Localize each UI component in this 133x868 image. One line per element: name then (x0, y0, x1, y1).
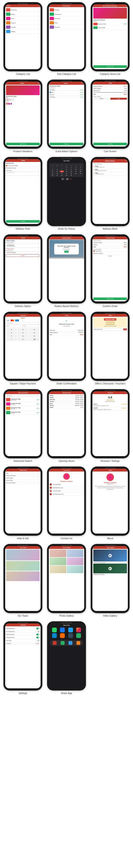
cal-date[interactable]: 3 (74, 167, 78, 168)
cal-date[interactable]: 6 (55, 168, 60, 170)
contact-item[interactable]: ✉ info@flowerstore.com (49, 486, 84, 490)
whatsapp-icon[interactable] (52, 628, 57, 632)
cal-date-today[interactable]: 14 (60, 170, 64, 172)
continue-button[interactable]: Continue (6, 220, 40, 223)
key-5[interactable]: 5 (18, 332, 29, 334)
cal-date[interactable]: 30 (69, 175, 73, 176)
add-to-cart-button[interactable]: Add to Cart (6, 143, 40, 145)
list-item[interactable]: Gift Baskets › (49, 17, 84, 21)
toggle-push[interactable] (36, 628, 40, 629)
help-item[interactable]: Delivery Information › (6, 474, 40, 477)
gallery-photo[interactable] (49, 565, 66, 573)
contact-item[interactable]: 📍 123 Flower Street, City (49, 493, 84, 496)
addon-checkbox[interactable] (49, 96, 51, 98)
addon-checkbox[interactable] (49, 89, 51, 91)
size-large[interactable]: L (12, 99, 14, 101)
cal-date[interactable]: 2 (69, 167, 73, 168)
gallery-photo[interactable] (49, 550, 66, 557)
dock-icon-1[interactable] (53, 641, 57, 645)
addon-checkbox[interactable] (49, 92, 51, 93)
email-icon[interactable] (60, 633, 65, 638)
message-icon[interactable] (68, 633, 73, 638)
copy-link-icon[interactable] (76, 633, 81, 638)
time-hour[interactable]: 10 (61, 178, 64, 180)
cvv-input[interactable]: CVV (23, 325, 40, 327)
list-item[interactable]: Wedding › (6, 29, 40, 34)
addon-item[interactable]: Ribbon +$2.00 (49, 89, 84, 91)
key-4[interactable]: 4 (6, 332, 17, 334)
list-item[interactable]: Plants › (49, 21, 84, 25)
gallery-photo[interactable] (67, 550, 84, 557)
address-item[interactable]: 📍 Home 123 Main Street, City › (93, 165, 127, 168)
cal-date[interactable]: 17 (74, 170, 78, 172)
key-1[interactable]: 1 (6, 328, 17, 331)
key-2[interactable]: 2 (18, 328, 29, 331)
gallery-photo[interactable] (49, 558, 66, 565)
cal-date[interactable] (55, 167, 60, 168)
addon-checkbox[interactable] (49, 94, 51, 95)
help-item[interactable]: FAQ › (6, 472, 40, 474)
cal-date[interactable]: 29 (64, 175, 69, 176)
cal-date[interactable]: 1 (64, 167, 69, 168)
key-star[interactable]: * (6, 338, 17, 341)
cancel-button[interactable]: Cancel (6, 254, 40, 257)
order-by-phone-btn[interactable]: OK (64, 251, 68, 253)
list-item[interactable]: Discount Code 1 $38.00 (93, 22, 127, 26)
change-address-link[interactable]: Change Address (6, 248, 40, 249)
addon-item[interactable]: Card +$3.00 (49, 94, 84, 96)
cal-date[interactable]: 10 (74, 168, 78, 170)
cal-date[interactable]: 22 (64, 173, 69, 174)
time-option[interactable]: Order For Future (6, 167, 40, 169)
telegram-icon[interactable] (52, 633, 57, 638)
play-button[interactable]: ▶ (108, 554, 112, 557)
search-result[interactable]: Anniversary Tulips Seasonal $40.00 (6, 406, 40, 410)
key-7[interactable]: 7 (6, 335, 17, 338)
cal-date[interactable]: 24 (74, 173, 78, 174)
voucher-input[interactable]: Enter voucher code (93, 328, 123, 331)
list-item[interactable]: Arrangements › (49, 12, 84, 17)
addon-item[interactable]: Balloon +$4.00 (49, 96, 84, 98)
time-min[interactable]: 00 (66, 178, 68, 180)
toggle-location[interactable] (36, 637, 40, 639)
checkout-button[interactable]: Checkout (93, 143, 127, 145)
toggle-email[interactable] (36, 631, 40, 632)
pickup-btn[interactable]: Pickup (110, 98, 127, 100)
list-item[interactable]: Anniversary › (6, 8, 40, 12)
search-result[interactable]: Anniversary Tulips Anniversary $45.00 (6, 398, 40, 402)
toggle-dark[interactable] (36, 640, 40, 642)
search-bar[interactable]: 🔍 Search... (6, 395, 40, 397)
cal-date[interactable]: 4 (78, 167, 83, 168)
cal-date[interactable]: 25 (78, 173, 83, 174)
payment-option[interactable]: Pay by Card (93, 250, 127, 252)
cal-date[interactable]: 5 (50, 168, 55, 170)
address-item[interactable]: 📍 Work 456 Office Blvd, Suite 100 › (93, 168, 127, 172)
cal-date[interactable]: 20 (55, 173, 60, 174)
facebook-icon[interactable] (60, 628, 65, 632)
dock-icon-3[interactable] (68, 641, 72, 645)
key-6[interactable]: 6 (29, 332, 40, 334)
key-8[interactable]: 8 (18, 335, 29, 338)
card-number-input[interactable]: Card Number (6, 322, 40, 324)
gallery-photo[interactable] (67, 558, 84, 565)
cancel-link[interactable]: Cancel (93, 255, 127, 257)
twitter-icon[interactable] (68, 628, 73, 632)
cal-date[interactable]: 11 (78, 168, 83, 170)
list-item[interactable]: Birthday › (6, 12, 40, 17)
cal-date[interactable]: 8 (64, 168, 69, 170)
cal-date[interactable]: 27 (55, 175, 60, 176)
key-9[interactable]: 9 (29, 335, 40, 338)
cal-date[interactable]: 13 (55, 170, 60, 172)
cal-date[interactable]: 7 (60, 168, 64, 170)
gallery-photo[interactable] (67, 565, 84, 573)
help-item[interactable]: Privacy Policy › (6, 479, 40, 482)
search-result[interactable]: Anniversary Tulips Bouquets $38.00 (6, 402, 40, 406)
cal-date[interactable]: 19 (50, 173, 55, 174)
cal-date[interactable]: 16 (69, 170, 73, 172)
add-icon[interactable]: + (126, 160, 127, 162)
color-purple[interactable] (10, 103, 12, 105)
cal-date[interactable]: 23 (69, 173, 73, 174)
time-option[interactable]: As Soon as Possible (6, 164, 40, 167)
add-to-cart-button[interactable]: Add to Cart (93, 65, 127, 68)
place-order-button[interactable]: Place Order (93, 298, 127, 300)
continue-button[interactable]: Continue (49, 143, 84, 145)
